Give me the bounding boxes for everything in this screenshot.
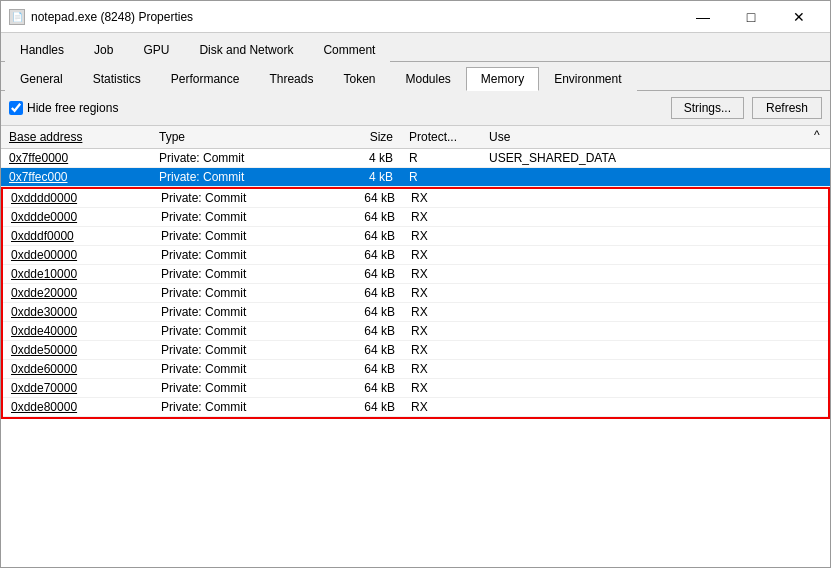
table-row[interactable]: 0xddde0000 Private: Commit 64 kB RX xyxy=(3,208,828,227)
toolbar: Hide free regions Strings... Refresh xyxy=(1,91,830,126)
cell-protect: RX xyxy=(403,341,483,359)
table-row[interactable]: 0xdddd0000 Private: Commit 64 kB RX xyxy=(3,189,828,208)
cell-protect: RX xyxy=(403,284,483,302)
cell-type: Private: Commit xyxy=(153,265,323,283)
table-row[interactable]: 0xdde20000 Private: Commit 64 kB RX xyxy=(3,284,828,303)
tab-threads[interactable]: Threads xyxy=(254,67,328,91)
cell-protect: R xyxy=(401,149,481,167)
table-row[interactable]: 0xdde50000 Private: Commit 64 kB RX xyxy=(3,341,828,360)
cell-type: Private: Commit xyxy=(153,379,323,397)
cell-type: Private: Commit xyxy=(153,322,323,340)
cell-base: 0xdde00000 xyxy=(3,246,153,264)
tab-handles[interactable]: Handles xyxy=(5,38,79,62)
table-row[interactable]: 0xdddf0000 Private: Commit 64 kB RX xyxy=(3,227,828,246)
tab-row-2: General Statistics Performance Threads T… xyxy=(1,62,830,91)
strings-button[interactable]: Strings... xyxy=(671,97,744,119)
title-bar: 📄 notepad.exe (8248) Properties — □ ✕ xyxy=(1,1,830,33)
cell-base: 0xdde80000 xyxy=(3,398,153,416)
app-icon: 📄 xyxy=(9,9,25,25)
tab-gpu[interactable]: GPU xyxy=(128,38,184,62)
cell-size: 4 kB xyxy=(321,168,401,186)
close-button[interactable]: ✕ xyxy=(776,3,822,31)
cell-base: 0x7ffe0000 xyxy=(1,149,151,167)
cell-protect: RX xyxy=(403,246,483,264)
table-row[interactable]: 0xdde60000 Private: Commit 64 kB RX xyxy=(3,360,828,379)
cell-use xyxy=(483,227,828,245)
cell-size: 4 kB xyxy=(321,149,401,167)
cell-use xyxy=(483,208,828,226)
tab-modules[interactable]: Modules xyxy=(390,67,465,91)
cell-size: 64 kB xyxy=(323,246,403,264)
cell-size: 64 kB xyxy=(323,379,403,397)
cell-base: 0xdde70000 xyxy=(3,379,153,397)
cell-use xyxy=(483,322,828,340)
cell-type: Private: Commit xyxy=(153,246,323,264)
cell-base: 0xdde50000 xyxy=(3,341,153,359)
cell-base: 0xdde10000 xyxy=(3,265,153,283)
cell-type: Private: Commit xyxy=(153,227,323,245)
cell-type: Private: Commit xyxy=(153,303,323,321)
cell-protect: RX xyxy=(403,360,483,378)
col-header-type[interactable]: Type xyxy=(151,128,321,146)
cell-base: 0x7ffec000 xyxy=(1,168,151,186)
cell-use xyxy=(483,379,828,397)
tab-comment[interactable]: Comment xyxy=(308,38,390,62)
table-row[interactable]: 0xdde30000 Private: Commit 64 kB RX xyxy=(3,303,828,322)
tab-disk-and-network[interactable]: Disk and Network xyxy=(184,38,308,62)
cell-use xyxy=(483,284,828,302)
hide-free-regions-text: Hide free regions xyxy=(27,101,118,115)
cell-protect: RX xyxy=(403,208,483,226)
col-header-protect[interactable]: Protect... xyxy=(401,128,481,146)
tab-general[interactable]: General xyxy=(5,67,78,91)
cell-protect: R xyxy=(401,168,481,186)
highlighted-region-group: 0xdddd0000 Private: Commit 64 kB RX 0xdd… xyxy=(1,187,830,419)
table-row[interactable]: 0x7ffec000 Private: Commit 4 kB R xyxy=(1,168,830,187)
title-bar-left: 📄 notepad.exe (8248) Properties xyxy=(9,9,193,25)
table-row[interactable]: 0xdde00000 Private: Commit 64 kB RX xyxy=(3,246,828,265)
cell-use xyxy=(483,360,828,378)
cell-size: 64 kB xyxy=(323,341,403,359)
cell-base: 0xdde20000 xyxy=(3,284,153,302)
hide-free-regions-checkbox[interactable] xyxy=(9,101,23,115)
tab-performance[interactable]: Performance xyxy=(156,67,255,91)
cell-use: USER_SHARED_DATA xyxy=(481,149,830,167)
table-row[interactable]: 0xdde70000 Private: Commit 64 kB RX xyxy=(3,379,828,398)
hide-free-regions-label[interactable]: Hide free regions xyxy=(9,101,118,115)
cell-base: 0xdddf0000 xyxy=(3,227,153,245)
col-header-use[interactable]: Use xyxy=(481,128,814,146)
cell-size: 64 kB xyxy=(323,322,403,340)
refresh-button[interactable]: Refresh xyxy=(752,97,822,119)
cell-base: 0xdde40000 xyxy=(3,322,153,340)
maximize-button[interactable]: □ xyxy=(728,3,774,31)
tab-token[interactable]: Token xyxy=(328,67,390,91)
tab-environment[interactable]: Environment xyxy=(539,67,636,91)
cell-size: 64 kB xyxy=(323,303,403,321)
cell-base: 0xdde30000 xyxy=(3,303,153,321)
col-header-size[interactable]: Size xyxy=(321,128,401,146)
tab-row-1: Handles Job GPU Disk and Network Comment xyxy=(1,33,830,62)
col-header-base-address[interactable]: Base address xyxy=(1,128,151,146)
cell-protect: RX xyxy=(403,379,483,397)
cell-size: 64 kB xyxy=(323,265,403,283)
cell-type: Private: Commit xyxy=(153,208,323,226)
table-row[interactable]: 0xdde40000 Private: Commit 64 kB RX xyxy=(3,322,828,341)
cell-type: Private: Commit xyxy=(153,360,323,378)
cell-protect: RX xyxy=(403,303,483,321)
cell-protect: RX xyxy=(403,227,483,245)
tab-memory[interactable]: Memory xyxy=(466,67,539,91)
cell-base: 0xdddd0000 xyxy=(3,189,153,207)
cell-use xyxy=(483,189,828,207)
cell-protect: RX xyxy=(403,398,483,416)
cell-size: 64 kB xyxy=(323,360,403,378)
cell-type: Private: Commit xyxy=(151,168,321,186)
cell-type: Private: Commit xyxy=(153,398,323,416)
main-window: 📄 notepad.exe (8248) Properties — □ ✕ Ha… xyxy=(0,0,831,568)
tab-job[interactable]: Job xyxy=(79,38,128,62)
table-row[interactable]: 0xdde80000 Private: Commit 64 kB RX xyxy=(3,398,828,417)
table-row[interactable]: 0x7ffe0000 Private: Commit 4 kB R USER_S… xyxy=(1,149,830,168)
minimize-button[interactable]: — xyxy=(680,3,726,31)
cell-protect: RX xyxy=(403,189,483,207)
table-row[interactable]: 0xdde10000 Private: Commit 64 kB RX xyxy=(3,265,828,284)
tab-statistics[interactable]: Statistics xyxy=(78,67,156,91)
table-body[interactable]: 0x7ffe0000 Private: Commit 4 kB R USER_S… xyxy=(1,149,830,567)
